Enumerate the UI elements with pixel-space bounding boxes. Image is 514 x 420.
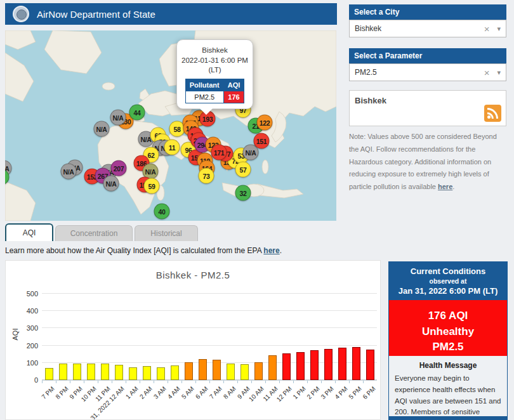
x-tick-mark [181,381,182,383]
x-tick-label: 3 PM [319,385,334,400]
map-marker[interactable]: 11 [164,140,180,155]
map-marker[interactable]: 73 [199,168,214,184]
map-marker[interactable]: 32 [235,185,251,201]
current-aqi-value: 176 AQI [389,308,507,324]
map-marker[interactable]: 57 [235,162,251,178]
popup-aqi-table: Pollutant AQI PM2.5 176 [185,79,245,103]
aqi-bar[interactable] [352,347,360,380]
parameter-select[interactable]: PM2.5 × ▾ [349,63,506,81]
rss-feed-icon[interactable] [484,105,501,122]
chart-bar-slot [223,364,237,380]
x-tick-label: 6 AM [194,385,209,400]
parameter-select-value: PM2.5 [355,68,484,77]
x-tick-mark [251,381,252,383]
clear-city-icon[interactable]: × [484,23,490,34]
aqi-bar[interactable] [338,348,346,380]
x-tick-label: 2 PM [305,385,320,400]
x-tick-label: 3 AM [152,385,168,400]
aqi-bar[interactable] [199,359,207,380]
chart-bar-slot [349,347,363,380]
x-tick-mark [84,381,84,383]
popup-pollutant-value: PM2.5 [185,91,223,103]
health-message-title: Health Message [395,361,501,370]
chart-bar-slot [140,366,154,380]
x-tick-label: 1 AM [124,385,140,400]
aqi-bar[interactable] [268,355,277,380]
map-marker[interactable]: 151 [254,133,270,149]
aqi-bar[interactable] [241,364,249,380]
aqi-bar[interactable] [101,364,109,380]
aqi-bar[interactable] [213,360,221,380]
city-select-value: Bishkek [355,24,484,33]
map-marker[interactable]: N/A [61,164,77,180]
aqi-bar[interactable] [296,352,305,380]
map-marker[interactable]: 59 [144,178,160,194]
aqi-bar[interactable] [366,350,374,380]
map-marker[interactable]: 171 [211,145,227,161]
x-tick-label: 10 AM [247,385,265,403]
map-marker[interactable]: 207 [111,161,127,176]
select-city-header: Select a City [349,4,506,20]
aqi-bar[interactable] [129,367,137,380]
popup-col-pollutant: Pollutant [185,79,223,91]
aqi-bar[interactable] [59,364,67,380]
map-marker[interactable]: 40 [154,204,170,220]
x-tick-label: 10 PM [80,385,98,403]
chart-bar-slot [126,367,140,380]
popup-col-aqi: AQI [223,79,244,91]
x-tick-label: 12 PM [275,385,293,403]
map-marker[interactable]: 122 [257,115,273,131]
chevron-down-icon[interactable]: ▾ [497,69,501,77]
particle-pollution-link[interactable]: here [438,183,452,190]
aqi-bar[interactable] [171,365,179,380]
aqi-bar[interactable] [324,349,333,380]
clear-parameter-icon[interactable]: × [484,67,490,78]
aqi-bar[interactable] [254,362,263,380]
x-tick-mark [237,381,238,383]
chart-x-axis: 7 PM8 PM9 PM10 PM11 PMJan 31, 2022 12 AM… [42,380,377,418]
current-aqi-category: Unhealthy [389,324,507,340]
aqi-bar[interactable] [73,364,81,380]
aqi-bar[interactable] [87,364,95,380]
aqi-bar[interactable] [227,364,235,380]
map-marker[interactable]: 44 [129,105,145,121]
aqi-bar[interactable] [115,365,123,380]
aqi-bar[interactable] [143,366,151,380]
city-select[interactable]: Bishkek × ▾ [349,20,506,37]
x-tick-label: 7 PM [40,385,55,400]
chart-bar-slot [56,364,70,380]
aqi-bar[interactable] [185,362,193,380]
y-tick-label: 0 [20,376,38,384]
map-marker[interactable]: N/A [110,110,126,126]
x-tick-mark [321,381,322,383]
chart-bar-slot [195,359,209,380]
aqi-bar[interactable] [157,367,165,380]
chart-bar-slot [363,350,377,380]
x-tick-mark [154,381,154,383]
aqi-bar[interactable] [310,350,319,380]
map-marker[interactable]: N/A [94,121,110,137]
current-conditions-header: Current Conditions observed at Jan 31, 2… [389,262,507,300]
x-tick-mark [140,381,140,383]
x-tick-mark [126,381,126,383]
tab-historical[interactable]: Historical [135,225,198,241]
chart-bar-slot [279,353,293,380]
x-tick-mark [223,381,224,383]
chart-bars [42,294,377,380]
aqi-chart-card: Bishkek - PM2.5 AQI 0100200300400500 7 P… [5,260,381,420]
epa-link[interactable]: here [263,246,279,255]
tab-concentration[interactable]: Concentration [55,225,133,241]
aqi-bar[interactable] [282,353,291,380]
chart-bar-slot [335,348,349,380]
aqi-bar[interactable] [45,368,53,380]
chevron-down-icon[interactable]: ▾ [497,25,501,33]
x-tick-mark [279,381,280,383]
chart-bar-slot [181,362,195,380]
aqi-world-map[interactable]: N/A97130N/A44N/AN/A6852N/AN/A115862186N/… [5,30,336,221]
x-tick-mark [98,381,98,383]
x-tick-label: 1 PM [291,385,306,400]
chart-bar-slot [112,365,126,380]
map-popup[interactable]: Bishkek 2022-01-31 6:00 PM (LT) Pollutan… [176,39,253,109]
map-marker[interactable]: N/A [103,176,119,192]
tab-aqi[interactable]: AQI [5,223,53,241]
